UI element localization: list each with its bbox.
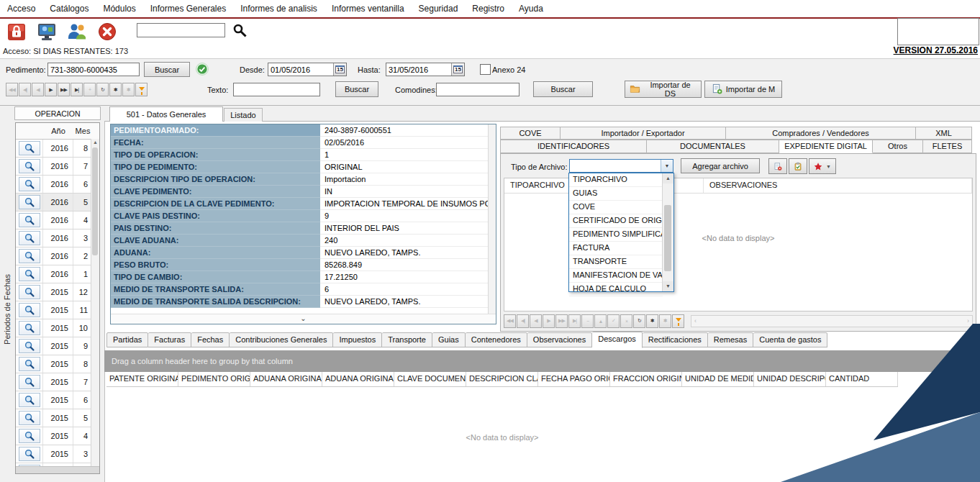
navigator-button[interactable]: ◀| bbox=[517, 314, 529, 328]
horizontal-scrollbar[interactable]: ‹ › bbox=[691, 315, 973, 327]
open-period-button[interactable] bbox=[19, 231, 40, 245]
period-row[interactable]: 2016 3 bbox=[16, 229, 99, 247]
open-period-button[interactable] bbox=[19, 447, 40, 461]
navigator-button[interactable]: ▶| bbox=[71, 83, 83, 96]
period-row[interactable]: 2015 9 bbox=[16, 337, 99, 355]
hasta-datefield[interactable]: 15 bbox=[386, 63, 465, 76]
open-period-button[interactable] bbox=[19, 267, 40, 281]
detail-vertical-scrollbar[interactable] bbox=[488, 124, 496, 314]
tab-listado[interactable]: Listado bbox=[224, 108, 263, 122]
period-row[interactable]: 2015 8 bbox=[16, 355, 99, 373]
detail-row[interactable]: PESO BRUTO: 85268.849 bbox=[111, 259, 496, 271]
detail-row[interactable]: PAIS DESTINO: INTERIOR DEL PAIS bbox=[111, 222, 496, 235]
menu-item[interactable]: Informes de analisis bbox=[233, 4, 325, 14]
detail-row[interactable]: MEDIO DE TRANSPORTE SALIDA: 6 bbox=[111, 283, 496, 296]
tipo-archivo-combobox[interactable]: ▼ bbox=[569, 159, 673, 173]
buscar-pedimento-button[interactable]: Buscar bbox=[144, 62, 190, 77]
scroll-down-icon[interactable]: ⌄ bbox=[111, 314, 496, 324]
scrollbar-thumb[interactable] bbox=[92, 147, 98, 255]
navigator-button[interactable]: + bbox=[83, 83, 96, 96]
hasta-calendar-icon[interactable]: 15 bbox=[451, 63, 464, 76]
logout-lock-icon[interactable] bbox=[6, 21, 27, 42]
open-period-button[interactable] bbox=[19, 249, 40, 263]
scroll-right-icon[interactable]: › bbox=[967, 317, 969, 324]
navigator-button[interactable]: ✱ bbox=[646, 314, 658, 328]
period-row[interactable]: 2016 6 bbox=[16, 176, 99, 194]
scroll-up-icon[interactable]: ▲ bbox=[91, 140, 99, 145]
detail-row[interactable]: DESCRIPCION DE LA CLAVE PEDIMENTO: IMPOR… bbox=[111, 198, 496, 210]
dropdown-option[interactable]: CERTIFICADO DE ORIGEN bbox=[569, 214, 663, 228]
menu-item[interactable]: Informes Generales bbox=[143, 4, 233, 14]
navigator-button[interactable]: ▶▶ bbox=[58, 83, 70, 96]
close-icon[interactable] bbox=[96, 21, 118, 42]
hasta-input[interactable] bbox=[386, 63, 451, 76]
navigator-button[interactable]: ▶▶ bbox=[555, 314, 568, 328]
open-period-button[interactable] bbox=[19, 429, 40, 443]
dropdown-option[interactable]: TRANSPORTE bbox=[569, 255, 663, 269]
year-column-header[interactable]: Año bbox=[43, 123, 73, 139]
comodines-input[interactable] bbox=[436, 83, 520, 96]
desde-calendar-icon[interactable]: 15 bbox=[333, 63, 346, 76]
scroll-left-icon[interactable]: ‹ bbox=[694, 317, 697, 324]
menu-item[interactable]: Módulos bbox=[96, 4, 142, 14]
bottom-tab[interactable]: Transporte bbox=[382, 332, 432, 347]
search-icon[interactable] bbox=[232, 23, 247, 37]
period-row[interactable]: 2016 7 bbox=[16, 158, 99, 176]
navigator-button[interactable]: × bbox=[620, 314, 632, 328]
dropdown-option[interactable]: PEDIMENTO SIMPLIFICADO bbox=[569, 228, 663, 242]
pedimento-input[interactable] bbox=[47, 63, 140, 76]
right-panel-tab[interactable]: EXPEDIENTE DIGITAL bbox=[779, 140, 873, 153]
period-row[interactable]: 2015 10 bbox=[16, 319, 99, 337]
bottom-tab[interactable]: Observaciones bbox=[527, 332, 592, 347]
toolbar-search-input[interactable] bbox=[137, 23, 225, 37]
right-panel-tab[interactable]: COVE bbox=[500, 127, 561, 140]
clipboard-check-button[interactable] bbox=[789, 158, 807, 174]
right-panel-tab[interactable]: Compradores / Vendedores bbox=[726, 127, 916, 140]
bottom-tab[interactable]: Fechas bbox=[191, 332, 230, 347]
navigator-button[interactable]: − bbox=[581, 314, 594, 328]
navigator-button[interactable]: ✓ bbox=[607, 314, 620, 328]
column-header-observaciones[interactable]: OBSERVACIONES bbox=[704, 178, 972, 193]
menu-item[interactable]: Seguridad bbox=[412, 4, 466, 14]
column-header[interactable]: UNIDAD DE MEDIDA bbox=[682, 372, 754, 386]
navigator-button[interactable]: ▶ bbox=[543, 314, 555, 328]
importar-m-button[interactable]: Importar de M bbox=[704, 81, 782, 98]
scroll-down-icon[interactable]: ▼ bbox=[663, 281, 673, 291]
detail-row[interactable]: MEDIO DE TRANSPORTE SALIDA DESCRIPCION: … bbox=[111, 296, 496, 308]
navigator-button[interactable]: ◀ bbox=[530, 314, 542, 328]
period-row[interactable]: 2015 5 bbox=[16, 409, 99, 427]
bottom-tab[interactable]: Rectificaciones bbox=[643, 332, 708, 347]
detail-row[interactable]: TIPO DE CAMBIO: 17.21250 bbox=[111, 271, 496, 283]
bottom-tab[interactable]: Cuenta de gastos bbox=[753, 332, 827, 347]
period-row[interactable]: 2015 7 bbox=[16, 373, 99, 391]
navigator-button[interactable]: ◀ bbox=[32, 83, 44, 96]
dropdown-option[interactable]: TIPOARCHIVO bbox=[569, 173, 663, 187]
navigator-button[interactable] bbox=[135, 83, 148, 96]
bottom-tab[interactable]: Guias bbox=[432, 332, 466, 347]
agregar-archivo-button[interactable]: Agregar archivo bbox=[681, 158, 760, 173]
navigator-button[interactable]: ↻ bbox=[96, 83, 109, 96]
bottom-tab[interactable]: Partidas bbox=[106, 332, 148, 347]
right-panel-tab[interactable]: Otros bbox=[873, 140, 923, 153]
open-period-button[interactable] bbox=[19, 195, 40, 209]
period-row[interactable]: 2015 11 bbox=[16, 301, 99, 319]
desde-input[interactable] bbox=[268, 63, 333, 76]
column-header[interactable]: UNIDAD DESCRIPCION bbox=[754, 372, 826, 386]
right-panel-tab[interactable]: FLETES bbox=[923, 140, 972, 153]
column-header[interactable]: FECHA PAGO ORIGINAL bbox=[538, 372, 610, 386]
column-header[interactable]: ADUANA ORIGINAL bbox=[322, 372, 394, 386]
tab-datos-generales[interactable]: 501 - Datos Generales bbox=[109, 106, 223, 122]
detail-row[interactable]: PEDIMENTOARMADO: 240-3897-6000551 bbox=[111, 124, 496, 137]
dropdown-option[interactable]: FACTURA bbox=[569, 242, 663, 255]
detail-row[interactable]: FECHA: 02/05/2016 bbox=[111, 137, 496, 149]
detail-row[interactable]: DESCRIPCION TIPO DE OPERACION: Importaci… bbox=[111, 173, 496, 186]
open-period-button[interactable] bbox=[19, 375, 40, 389]
menu-item[interactable]: Registro bbox=[465, 4, 512, 14]
dropdown-option[interactable]: COVE bbox=[569, 201, 663, 214]
column-header[interactable]: PEDIMENTO ORIGINAL bbox=[178, 372, 250, 386]
menu-item[interactable]: Informes ventanilla bbox=[325, 4, 412, 14]
buscar-comodines-button[interactable]: Buscar bbox=[533, 81, 593, 97]
open-period-button[interactable] bbox=[19, 285, 40, 299]
navigator-button[interactable]: ◀◀ bbox=[504, 314, 516, 328]
navigator-button[interactable]: ▶| bbox=[568, 314, 581, 328]
